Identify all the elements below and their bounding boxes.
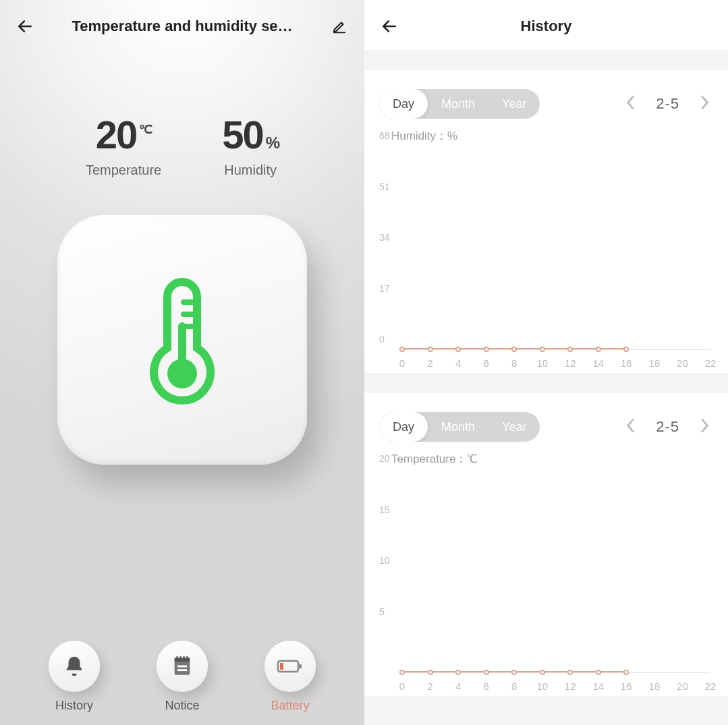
sensor-tile[interactable] [57,215,307,465]
temperature-value: 20 [96,112,137,157]
chevron-left-icon [626,418,636,433]
temperature-chart: 2015105 0246810121416182022 [379,469,713,692]
humidity-reading: 50 % Humidity [222,112,279,178]
nav-notice-circle [157,641,208,692]
next-day-button-t[interactable] [696,415,713,438]
right-header: History [364,0,728,50]
svg-rect-9 [177,666,187,668]
readings: 20 ℃ Temperature 50 % Humidity [0,112,364,178]
humidity-card: Day Month Year 2-5 Humidity：% 685134170 … [364,70,728,373]
svg-rect-11 [177,656,178,660]
temperature-series-label: Temperature：℃ [391,451,713,467]
notepad-icon [171,655,194,678]
seg-day-t[interactable]: Day [379,412,428,442]
nav-history-label: History [49,699,100,713]
temperature-label: Temperature [86,163,161,178]
nav-notice-label: Notice [157,699,208,713]
next-day-button[interactable] [696,92,713,115]
pencil-icon [332,19,347,34]
seg-month[interactable]: Month [428,89,488,119]
battery-icon [277,657,304,676]
history-screen: History Day Month Year 2-5 Humidity：% 68… [364,0,728,725]
temperature-unit: ℃ [139,122,151,137]
date-pager-temperature: 2-5 [622,415,713,438]
chevron-right-icon [700,95,709,110]
nav-battery-label: Battery [264,699,316,713]
left-header: Temperature and humidity se… [0,0,364,45]
temperature-card: Day Month Year 2-5 Temperature：℃ 2015105… [364,393,728,696]
chevron-left-icon [626,95,636,110]
sensor-tile-wrap [0,215,364,465]
arrow-left-icon [16,18,34,35]
sensor-screen: Temperature and humidity se… 20 ℃ Temper… [0,0,364,725]
seg-year[interactable]: Year [488,89,540,119]
svg-rect-16 [299,664,302,668]
humidity-unit: % [266,134,279,152]
svg-rect-12 [179,656,181,660]
nav-notice[interactable]: Notice [157,641,208,713]
bottom-nav: History Notice Battery [0,641,364,713]
back-button[interactable] [13,15,36,38]
range-segmented-humidity: Day Month Year [379,89,540,119]
seg-month-t[interactable]: Month [428,412,488,442]
svg-rect-13 [183,656,184,660]
svg-rect-10 [177,669,187,671]
humidity-value: 50 [222,112,263,157]
svg-rect-17 [280,663,283,670]
prev-day-button-t[interactable] [622,415,640,438]
range-segmented-temperature: Day Month Year [379,412,540,442]
seg-day[interactable]: Day [379,89,428,119]
humidity-label: Humidity [222,163,279,178]
bell-icon [63,655,86,678]
arrow-left-icon [381,18,398,35]
svg-rect-14 [186,656,188,660]
current-date-temperature: 2-5 [656,418,679,436]
humidity-chart: 685134170 0246810121416182022 [379,146,713,369]
edit-button[interactable] [328,15,351,38]
history-title: History [401,18,692,35]
history-back-button[interactable] [378,15,401,38]
date-pager-humidity: 2-5 [622,92,713,115]
nav-history-circle [49,641,100,692]
thermometer-icon [142,272,223,407]
nav-history[interactable]: History [49,641,100,713]
nav-battery-circle [264,641,316,692]
svg-point-2 [167,359,197,388]
prev-day-button[interactable] [622,92,640,115]
seg-year-t[interactable]: Year [488,412,540,442]
current-date-humidity: 2-5 [656,95,679,113]
chevron-right-icon [700,418,709,433]
nav-battery[interactable]: Battery [264,641,316,713]
page-title: Temperature and humidity se… [36,18,328,35]
temperature-reading: 20 ℃ Temperature [86,112,161,178]
humidity-series-label: Humidity：% [391,128,713,144]
